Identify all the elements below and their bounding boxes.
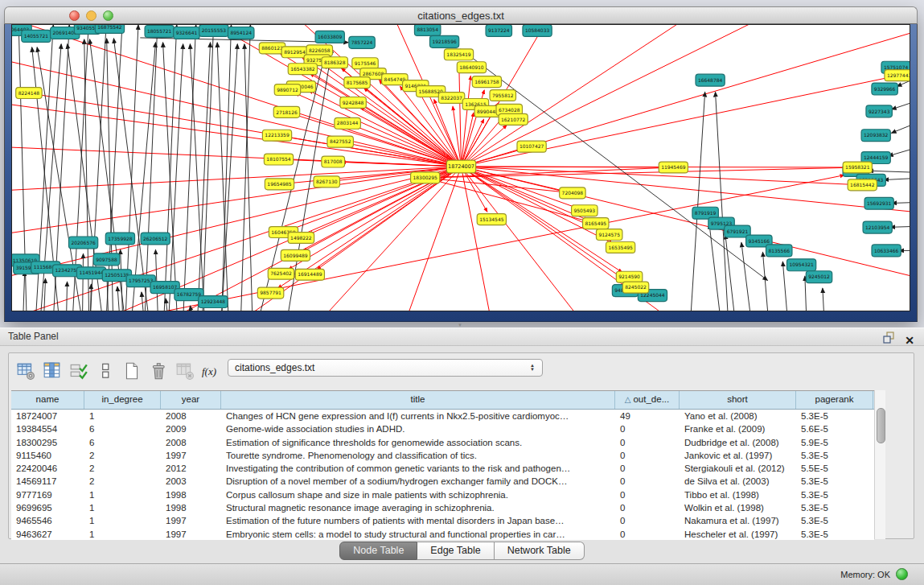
table-cell[interactable]: Stergiakouli et al. (2012) xyxy=(680,462,796,475)
network-node[interactable]: 9329966 xyxy=(872,83,897,95)
table-row[interactable]: 946554611997Estimation of the future num… xyxy=(11,514,874,527)
black-edge[interactable] xyxy=(183,25,196,311)
black-edge[interactable] xyxy=(67,282,68,311)
table-cell[interactable]: 9465546 xyxy=(11,514,84,527)
column-header-title[interactable]: title xyxy=(221,391,615,409)
network-node[interactable]: 817008 xyxy=(322,156,345,167)
network-node[interactable]: 9242848 xyxy=(340,97,366,108)
table-row[interactable]: 1872400712008Changes of HCN gene express… xyxy=(11,410,874,422)
table-cell[interactable]: 1 xyxy=(84,514,161,527)
table-cell[interactable]: 1997 xyxy=(161,528,221,540)
network-node[interactable]: 7204098 xyxy=(560,187,585,199)
black-edge[interactable] xyxy=(169,44,183,311)
red-edge[interactable] xyxy=(12,49,461,167)
column-header-short[interactable]: short xyxy=(680,391,796,409)
create-column-icon[interactable] xyxy=(121,360,142,381)
network-node[interactable]: 19218596 xyxy=(429,35,458,47)
black-edge[interactable] xyxy=(823,288,824,311)
red-edge[interactable] xyxy=(433,180,595,224)
network-node[interactable]: 14055721 xyxy=(22,30,51,42)
network-node[interactable]: 9326641 xyxy=(174,27,199,39)
black-edge[interactable] xyxy=(892,126,910,133)
network-node[interactable]: 2718126 xyxy=(273,106,299,117)
network-node[interactable]: 8135566 xyxy=(766,245,791,257)
network-node[interactable]: 16033809 xyxy=(315,31,344,43)
network-node[interactable]: 12093832 xyxy=(861,130,890,142)
table-cell[interactable]: 18300295 xyxy=(11,436,84,449)
table-cell[interactable]: Disruption of a novel member of a sodium… xyxy=(221,475,615,488)
table-select-dropdown[interactable]: citations_edges.txt ▲▼ xyxy=(228,359,543,377)
red-edge[interactable] xyxy=(461,167,910,217)
black-edge[interactable] xyxy=(83,253,84,311)
network-node[interactable]: 16535495 xyxy=(606,241,634,253)
network-node[interactable]: 18640910 xyxy=(457,62,486,73)
table-cell[interactable]: 5.6E-5 xyxy=(796,422,873,435)
network-canvas[interactable]: 2064403140557212069140693405571687554218… xyxy=(11,24,910,311)
network-node[interactable]: 16875542 xyxy=(95,25,124,33)
network-node[interactable]: 12977443 xyxy=(885,70,910,81)
table-vertical-scrollbar[interactable] xyxy=(874,390,885,539)
black-edge[interactable] xyxy=(897,81,910,87)
table-cell[interactable]: 2 xyxy=(84,475,161,488)
table-cell[interactable]: Yano et al. (2008) xyxy=(680,410,796,422)
network-node[interactable]: 8954124 xyxy=(228,27,253,39)
black-edge[interactable] xyxy=(889,150,910,156)
network-node[interactable]: 1498222 xyxy=(288,233,314,244)
table-cell[interactable]: 2008 xyxy=(161,410,221,422)
network-node[interactable]: 12923448 xyxy=(199,296,228,308)
table-cell[interactable]: 18724007 xyxy=(11,410,84,422)
network-node[interactable]: 9227343 xyxy=(866,105,892,117)
close-window-button[interactable] xyxy=(69,10,80,21)
network-node[interactable]: 18055721 xyxy=(145,25,174,37)
table-cell[interactable]: 9699695 xyxy=(11,501,84,514)
red-edge[interactable] xyxy=(12,145,461,167)
network-node[interactable]: 8427552 xyxy=(327,136,353,147)
table-cell[interactable]: 0 xyxy=(615,462,680,475)
zoom-window-button[interactable] xyxy=(103,10,113,21)
delete-columns-icon[interactable] xyxy=(148,360,169,381)
table-cell[interactable]: 0 xyxy=(615,528,680,540)
table-cell[interactable]: 2 xyxy=(84,449,161,462)
scrollbar-thumb[interactable] xyxy=(877,408,885,443)
delete-table-icon[interactable] xyxy=(175,360,195,381)
table-cell[interactable]: 9115460 xyxy=(11,449,84,462)
black-edge[interactable] xyxy=(117,286,119,311)
network-node[interactable]: 7857224 xyxy=(349,36,375,48)
table-cell[interactable]: 5.3E-5 xyxy=(796,528,873,540)
table-row[interactable]: 969969511998Structural magnetic resonanc… xyxy=(11,501,874,514)
table-cell[interactable]: 9777169 xyxy=(11,488,84,501)
table-cell[interactable]: 22420046 xyxy=(11,462,84,475)
black-edge[interactable] xyxy=(44,278,46,311)
table-cell[interactable]: 5.3E-5 xyxy=(796,475,873,488)
network-node[interactable]: 8224148 xyxy=(16,88,42,99)
black-edge[interactable] xyxy=(691,93,704,311)
black-edge[interactable] xyxy=(725,234,734,311)
black-edge[interactable] xyxy=(892,103,910,109)
table-row[interactable]: 977716911998Corpus callosum shape and si… xyxy=(11,488,874,501)
table-cell[interactable]: 0 xyxy=(615,514,680,527)
table-cell[interactable]: 14569117 xyxy=(11,475,84,488)
table-cell[interactable]: 1 xyxy=(84,488,161,501)
red-edge[interactable] xyxy=(461,167,910,289)
network-node[interactable]: 12103954 xyxy=(863,221,892,233)
red-edge[interactable] xyxy=(12,97,461,167)
network-node[interactable]: 9124575 xyxy=(596,229,622,241)
black-edge[interactable] xyxy=(762,252,767,311)
network-node[interactable]: 18325419 xyxy=(444,49,473,60)
table-cell[interactable]: Dudbridge et al. (2008) xyxy=(680,436,796,449)
black-edge[interactable] xyxy=(892,203,910,204)
table-cell[interactable]: 1 xyxy=(84,501,161,514)
network-node[interactable]: 15134545 xyxy=(477,214,506,225)
network-node[interactable]: 26206512 xyxy=(141,233,170,245)
red-edge[interactable] xyxy=(12,167,461,241)
network-node[interactable]: 8186328 xyxy=(322,57,347,68)
column-header-pagerank[interactable]: pagerank xyxy=(796,391,873,409)
network-node[interactable]: 8813054 xyxy=(414,25,440,35)
table-cell[interactable]: Franke et al. (2009) xyxy=(680,422,796,435)
network-node[interactable]: 16815442 xyxy=(848,179,877,191)
network-node[interactable]: 16210772 xyxy=(499,113,528,125)
network-node[interactable]: 8267130 xyxy=(314,176,339,187)
network-node[interactable]: 20155553 xyxy=(199,25,228,36)
column-header-name[interactable]: name xyxy=(11,391,84,409)
black-edge[interactable] xyxy=(106,25,121,311)
